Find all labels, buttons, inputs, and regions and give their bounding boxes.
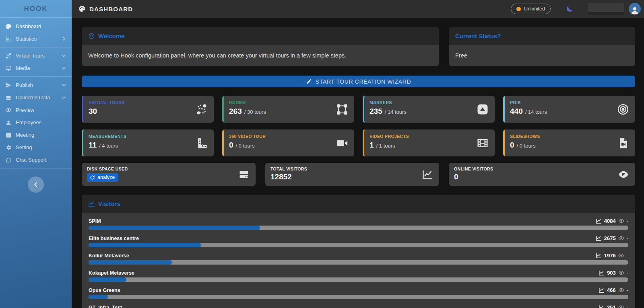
sidebar-item-preview[interactable]: Preview: [0, 104, 72, 116]
stat-card-360-video-tour: 360 VIDEO TOUR 0/ 0 tours: [222, 129, 354, 156]
eye-icon[interactable]: [618, 235, 624, 241]
sidebar-item-employees[interactable]: Employees: [0, 116, 72, 129]
sidebar-item-publish[interactable]: Publish: [0, 79, 72, 91]
sidebar-item-label: Employees: [16, 119, 41, 125]
online-visitors-card: ONLINE VISITORS 0: [449, 163, 635, 186]
start-tour-wizard-button[interactable]: START TOUR CREATION WIZARD: [82, 76, 635, 87]
visitor-bar-fill: [89, 260, 172, 265]
visitor-bar-track: [89, 295, 628, 299]
current-status-card: Current Status? Free: [449, 27, 635, 66]
route-icon: [5, 53, 12, 59]
visitor-bar-track: [89, 260, 628, 265]
chart-line-icon[interactable]: [596, 218, 602, 224]
eye-icon[interactable]: [618, 253, 624, 259]
dark-mode-moon-icon[interactable]: [566, 5, 574, 13]
visitor-label: SPIM: [89, 218, 101, 224]
visitor-row: Kokapet Metaverse 903 -: [89, 270, 628, 282]
visitors-card-title: Visitors: [98, 200, 120, 207]
chart-line-icon[interactable]: [599, 270, 605, 276]
chart-line-icon[interactable]: [599, 304, 605, 308]
route-icon: [196, 103, 208, 115]
stat-value: 440: [510, 107, 523, 116]
pencil-icon: [306, 78, 312, 84]
sidebar-item-setting[interactable]: Setting: [0, 141, 72, 154]
stat-value: 1: [369, 141, 374, 150]
stat-value: 0: [229, 141, 233, 150]
avatar[interactable]: [629, 3, 641, 15]
visitor-row: Opus Greens 466 -: [89, 287, 628, 299]
visitor-value: 903: [607, 270, 616, 276]
stat-suffix: / 4 tours: [99, 143, 118, 149]
eye-icon: [5, 107, 12, 113]
visitor-bar-track: [89, 243, 628, 247]
analyze-button[interactable]: analyze: [87, 173, 118, 182]
sidebar-item-meeting[interactable]: Meeting: [0, 129, 72, 141]
stat-label: POIS: [510, 100, 617, 105]
eye-icon[interactable]: [618, 304, 624, 308]
visitor-value: 466: [607, 287, 616, 293]
chart-line-icon[interactable]: [596, 253, 602, 259]
chart-line-icon[interactable]: [599, 287, 605, 293]
sidebar-item-dashboard[interactable]: Dashboard: [0, 20, 72, 33]
sidebar-item-collected-data[interactable]: Collected Data: [0, 91, 72, 104]
plan-badge[interactable]: Unlimited: [511, 4, 551, 14]
sidebar-item-virtual-tours[interactable]: Virtual Tours: [0, 49, 72, 62]
badge-dot: [516, 7, 521, 11]
visitors-card: Visitors SPIM 4084 - Elite business cen: [82, 195, 635, 308]
stat-value: 30: [89, 107, 97, 116]
sidebar-collapse-button[interactable]: [28, 177, 44, 193]
stat-value: 263: [229, 107, 242, 116]
bullseye-icon: [617, 103, 629, 115]
smiley-icon: [88, 33, 95, 39]
stat-suffix: / 0 tours: [236, 143, 255, 149]
visitor-bar-track: [89, 277, 628, 282]
gear-icon: [5, 144, 12, 151]
total-visitors-card: TOTAL VISITORS 12852: [265, 163, 439, 186]
visitor-label: Kollur Metaverse: [89, 253, 129, 259]
plan-badge-label: Unlimited: [524, 6, 545, 12]
stat-label: SLIDESHOWS: [510, 134, 617, 139]
marker-icon: [477, 103, 489, 115]
main-content: Welcome Welcome to Hook configuration pa…: [72, 18, 644, 308]
app-logo: HOOK: [0, 0, 72, 18]
stat-suffix: / 14 tours: [385, 109, 407, 115]
sidebar-item-label: Media: [16, 65, 30, 71]
total-visitors-value: 12852: [270, 172, 421, 181]
stat-card-rooms: ROOMS 263/ 30 tours: [222, 96, 354, 123]
eye-icon[interactable]: [618, 270, 624, 276]
video-camera-icon: [336, 137, 348, 149]
sidebar-item-label: Virtual Tours: [16, 53, 45, 59]
sidebar-item-chat-support[interactable]: Chat Support: [0, 154, 72, 166]
calendar-icon: [5, 132, 12, 138]
stat-card-markers: MARKERS 235/ 14 tours: [363, 96, 495, 123]
visitor-value: 2675: [604, 235, 616, 241]
visitor-bar-fill: [89, 243, 201, 247]
visitor-value: 351: [607, 304, 616, 308]
hdd-icon: [238, 169, 250, 180]
welcome-card-text: Welcome to Hook configuration panel, whe…: [82, 45, 439, 66]
chevron-down-icon: [61, 95, 66, 100]
sidebar-item-label: Setting: [16, 144, 32, 150]
stat-value: 0: [510, 141, 514, 150]
sidebar-item-label: Statistics: [16, 36, 37, 42]
sidebar-item-media[interactable]: Media: [0, 62, 72, 74]
stat-card-video-projects: VIDEO PROJECTS 1/ 1 tours: [363, 129, 495, 156]
chart-line-icon[interactable]: [596, 235, 602, 241]
sidebar-item-statistics[interactable]: Statistics: [0, 33, 72, 45]
eye-icon[interactable]: [618, 218, 624, 224]
stat-card-pois: POIS 440/ 14 tours: [503, 96, 635, 123]
stat-card-slideshows: SLIDESHOWS 0/ 0 tours: [503, 129, 635, 156]
visitor-label: Elite business centre: [89, 236, 139, 241]
menu-divider: [0, 76, 72, 77]
stat-label: VIDEO PROJECTS: [369, 134, 476, 139]
redacted-user-block: [588, 3, 624, 15]
file-video-icon: [617, 137, 629, 149]
total-visitors-label: TOTAL VISITORS: [270, 166, 421, 171]
eye-icon[interactable]: [618, 287, 624, 293]
page-title: DASHBOARD: [89, 6, 133, 12]
stat-card-virtual-tours: VIRTUAL TOURS 30: [82, 96, 214, 123]
visitor-dash: -: [627, 304, 628, 308]
chart-line-icon: [422, 169, 433, 180]
chevron-down-icon: [61, 82, 66, 88]
visitor-dash: -: [627, 287, 628, 293]
